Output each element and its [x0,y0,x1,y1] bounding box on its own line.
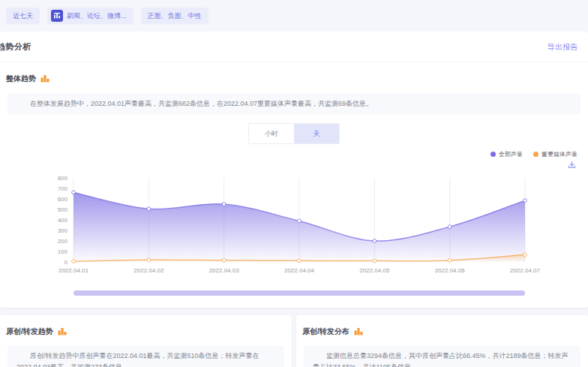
legend-dot-total [490,152,496,157]
svg-text:600: 600 [58,196,68,203]
granularity-day-button[interactable]: 天 [294,124,339,143]
original-repost-trend-card: 原创/转发趋势 原创/转发趋势中原创声量在2022.04.01最高，共监测510… [0,315,292,367]
svg-text:400: 400 [58,217,68,224]
bottom-cards: 原创/转发趋势 原创/转发趋势中原创声量在2022.04.01最高，共监测510… [0,315,588,367]
overall-trend-title: 整体趋势 [6,74,36,84]
svg-text:0: 0 [64,259,68,266]
original-repost-distribution-card: 原创/转发分布 监测信息总量3294条信息，其中原创声量占比66.45%，共计2… [296,315,588,367]
svg-text:500: 500 [58,206,68,213]
original-repost-trend-title: 原创/转发趋势 [6,326,53,337]
granularity-toggle: 小时 天 [0,123,588,144]
original-repost-distribution-title: 原创/转发分布 [302,326,350,337]
svg-text:2022.04.05: 2022.04.05 [359,267,390,274]
svg-text:200: 200 [58,238,68,245]
download-chart-icon[interactable] [568,161,576,169]
original-repost-trend-summary: 原创/转发趋势中原创声量在2022.04.01最高，共监测510条信息；转发声量… [8,345,284,367]
sentiment-filter-chip[interactable]: 正面、负面、中性 [141,8,208,24]
svg-text:300: 300 [58,227,68,234]
legend-label-total: 全部声量 [499,150,523,158]
svg-text:800: 800 [58,175,68,182]
svg-text:2022.04.02: 2022.04.02 [134,267,164,274]
legend-label-important: 重要媒体声量 [542,150,578,158]
media-source-icon [51,10,63,22]
granularity-hour-button[interactable]: 小时 [249,124,294,143]
date-range-chip[interactable]: 近七天 [6,8,40,24]
svg-text:2022.04.01: 2022.04.01 [58,267,89,274]
sentiment-filter-chip-label: 正面、负面、中性 [148,11,202,21]
trend-analysis-panel: 趋势分析 导出报告 整体趋势 在整体发展趋势中，2022.04.01声量最高，共… [0,32,588,308]
svg-text:700: 700 [58,185,68,192]
panel-header: 趋势分析 导出报告 [0,32,588,62]
original-repost-distribution-summary-text: 监测信息总量3294条信息，其中原创声量占比66.45%，共计2189条信息；转… [313,350,572,367]
svg-text:2022.04.03: 2022.04.03 [209,267,240,274]
overall-trend-summary: 在整体发展趋势中，2022.04.01声量最高，共监测662条信息，在2022.… [8,93,580,114]
filter-chip-bar: 近七天 新闻、论坛、微博... 正面、负面、中性 [0,0,588,32]
export-report-link[interactable]: 导出报告 [548,42,578,53]
svg-text:2022.04.06: 2022.04.06 [435,267,466,274]
trend-chart-svg: 01002003004005006007008002022.04.012022.… [0,170,588,283]
svg-text:2022.04.07: 2022.04.07 [510,267,541,274]
svg-text:100: 100 [58,248,68,255]
original-repost-trend-summary-text: 原创/转发趋势中原创声量在2022.04.01最高，共监测510条信息；转发声量… [16,350,275,367]
legend-dot-important [533,152,538,157]
original-repost-distribution-summary: 监测信息总量3294条信息，其中原创声量占比66.45%，共计2189条信息；转… [304,345,580,367]
chart-legend: 全部声量 重要媒体声量 [0,144,588,158]
legend-item-important-media[interactable]: 重要媒体声量 [533,150,578,158]
podium-icon [354,325,363,338]
podium-icon [58,325,67,338]
overall-trend-summary-text: 在整体发展趋势中，2022.04.01声量最高，共监测662条信息，在2022.… [16,98,572,109]
date-range-chip-label: 近七天 [13,11,33,21]
chart-scrollbar[interactable] [74,290,525,296]
legend-item-total-volume[interactable]: 全部声量 [490,150,523,158]
svg-text:2022.04.04: 2022.04.04 [284,267,315,274]
source-filter-chip-label: 新闻、论坛、微博... [67,11,127,21]
overall-trend-header: 整体趋势 [0,62,588,86]
page-title: 趋势分析 [0,41,32,53]
trend-chart[interactable]: 01002003004005006007008002022.04.012022.… [0,170,588,283]
source-filter-chip[interactable]: 新闻、论坛、微博... [47,8,134,24]
podium-icon [40,72,50,86]
